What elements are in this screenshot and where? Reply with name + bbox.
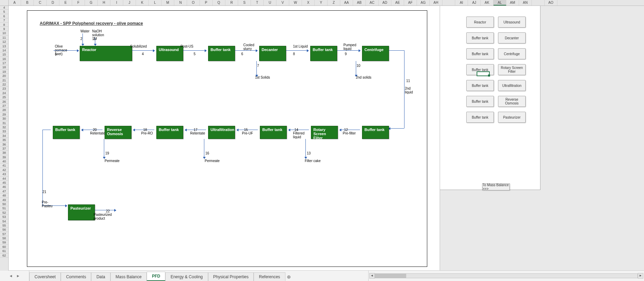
col-C[interactable]: C: [34, 0, 47, 6]
col-J[interactable]: J: [123, 0, 136, 6]
col-E[interactable]: E: [59, 0, 72, 6]
col-AL[interactable]: AL: [494, 0, 506, 6]
col-blank[interactable]: [532, 0, 545, 6]
row-34[interactable]: 34: [0, 134, 8, 138]
tab-nav[interactable]: ◄ ►: [0, 271, 29, 281]
to-mass-balance-button[interactable]: To Mass Balance >>>: [482, 183, 510, 190]
row-29[interactable]: 29: [0, 112, 8, 117]
row-60[interactable]: 60: [0, 245, 8, 249]
row-31[interactable]: 31: [0, 121, 8, 125]
row-51[interactable]: 51: [0, 206, 8, 210]
panel-btn-reverse-osmosis[interactable]: Reverse Osmosis: [498, 96, 526, 107]
row-50[interactable]: 50: [0, 202, 8, 206]
scroll-left-icon[interactable]: ◄: [369, 273, 375, 279]
sheet-tabs[interactable]: CoversheetCommentsDataMass BalancePFDEne…: [29, 271, 292, 281]
row-61[interactable]: 61: [0, 249, 8, 253]
row-45[interactable]: 45: [0, 181, 8, 185]
row-56[interactable]: 56: [0, 228, 8, 232]
col-AM[interactable]: AM: [506, 0, 519, 6]
row-11[interactable]: 11: [0, 36, 8, 40]
row-21[interactable]: 21: [0, 78, 8, 82]
col-AE[interactable]: AE: [391, 0, 404, 6]
row-54[interactable]: 54: [0, 219, 8, 223]
row-26[interactable]: 26: [0, 100, 8, 104]
horizontal-scroll[interactable]: ◄ ►: [368, 271, 644, 281]
row-4[interactable]: 4: [0, 6, 8, 10]
col-Z[interactable]: Z: [328, 0, 340, 6]
row-17[interactable]: 17: [0, 61, 8, 65]
panel-btn-centrifuge[interactable]: Centrifuge: [498, 48, 526, 59]
row-19[interactable]: 19: [0, 70, 8, 74]
panel-btn-decanter[interactable]: Decanter: [498, 32, 526, 43]
row-55[interactable]: 55: [0, 223, 8, 228]
tab-next-icon[interactable]: ►: [16, 274, 20, 278]
row-32[interactable]: 32: [0, 125, 8, 129]
row-44[interactable]: 44: [0, 177, 8, 181]
col-T[interactable]: T: [251, 0, 264, 6]
column-headers[interactable]: ABCDEFGHIJKLMNOPQRSTUVWXYZAAABACADAEAFAG…: [8, 0, 644, 6]
row-40[interactable]: 40: [0, 159, 8, 163]
col-AC[interactable]: AC: [366, 0, 379, 6]
panel-btn-ultrasound[interactable]: Ultrasound: [498, 17, 526, 28]
row-38[interactable]: 38: [0, 151, 8, 155]
row-53[interactable]: 53: [0, 215, 8, 219]
col-L[interactable]: L: [149, 0, 162, 6]
row-39[interactable]: 39: [0, 155, 8, 159]
row-23[interactable]: 23: [0, 87, 8, 91]
panel-btn-buffer-tank[interactable]: Buffer tank: [466, 112, 494, 123]
row-headers[interactable]: 4567891011121314151617181920212223242526…: [0, 6, 9, 271]
row-36[interactable]: 36: [0, 142, 8, 147]
scroll-thumb[interactable]: [375, 274, 406, 278]
col-S[interactable]: S: [238, 0, 251, 6]
row-27[interactable]: 27: [0, 104, 8, 108]
row-25[interactable]: 25: [0, 95, 8, 99]
row-24[interactable]: 24: [0, 91, 8, 95]
row-18[interactable]: 18: [0, 65, 8, 69]
row-52[interactable]: 52: [0, 211, 8, 215]
panel-btn-buffer-tank[interactable]: Buffer tank: [466, 96, 494, 107]
col-AA[interactable]: AA: [340, 0, 353, 6]
col-AN[interactable]: AN: [519, 0, 532, 6]
col-AH[interactable]: AH: [430, 0, 442, 6]
tab-references[interactable]: References: [254, 272, 285, 281]
col-M[interactable]: M: [162, 0, 174, 6]
panel-btn-buffer-tank[interactable]: Buffer tank: [466, 80, 494, 91]
col-X[interactable]: X: [302, 0, 315, 6]
col-Y[interactable]: Y: [315, 0, 328, 6]
panel-btn-buffer-tank[interactable]: Buffer tank: [466, 48, 494, 59]
col-O[interactable]: O: [187, 0, 200, 6]
row-5[interactable]: 5: [0, 10, 8, 14]
col-AF[interactable]: AF: [404, 0, 417, 6]
col-W[interactable]: W: [289, 0, 302, 6]
panel-btn-buffer-tank[interactable]: Buffer tank: [466, 32, 494, 43]
panel-btn-ultrafiltration[interactable]: Ultrafiltration: [498, 80, 526, 91]
col-N[interactable]: N: [174, 0, 187, 6]
row-42[interactable]: 42: [0, 168, 8, 172]
row-58[interactable]: 58: [0, 236, 8, 240]
selected-cell[interactable]: [477, 71, 490, 76]
tab-mass-balance[interactable]: Mass Balance: [110, 272, 147, 281]
tab-pfd[interactable]: PFD: [147, 272, 165, 281]
row-41[interactable]: 41: [0, 163, 8, 168]
tab-comments[interactable]: Comments: [61, 272, 91, 281]
col-AK[interactable]: AK: [481, 0, 494, 6]
panel-btn-pasteurizer[interactable]: Pasteurizer: [498, 112, 526, 123]
row-62[interactable]: 62: [0, 253, 8, 258]
row-12[interactable]: 12: [0, 40, 8, 44]
scroll-track[interactable]: [375, 273, 638, 278]
row-9[interactable]: 9: [0, 27, 8, 31]
row-6[interactable]: 6: [0, 14, 8, 18]
row-15[interactable]: 15: [0, 52, 8, 57]
col-AO[interactable]: AO: [545, 0, 557, 6]
panel-btn-reactor[interactable]: Reactor: [466, 17, 494, 28]
col-AJ[interactable]: AJ: [468, 0, 481, 6]
col-H[interactable]: H: [98, 0, 110, 6]
row-48[interactable]: 48: [0, 193, 8, 198]
col-AB[interactable]: AB: [353, 0, 366, 6]
col-K[interactable]: K: [136, 0, 149, 6]
col-G[interactable]: G: [85, 0, 98, 6]
col-R[interactable]: R: [225, 0, 238, 6]
col-B[interactable]: B: [21, 0, 34, 6]
col-Q[interactable]: Q: [213, 0, 225, 6]
tab-energy-cooling[interactable]: Energy & Cooling: [165, 272, 208, 281]
